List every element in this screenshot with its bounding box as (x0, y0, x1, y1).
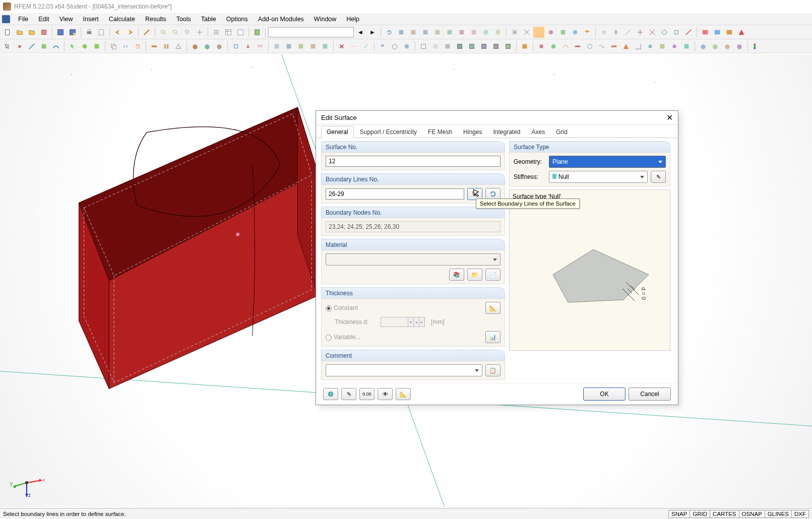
close-icon[interactable]: ✕ (666, 113, 673, 122)
snap3-icon[interactable] (622, 27, 634, 38)
opt9-icon[interactable] (492, 27, 504, 38)
sel2-icon[interactable] (79, 41, 90, 52)
saveas-icon[interactable] (67, 27, 78, 38)
mod3-icon[interactable] (724, 27, 735, 38)
menu-calculate[interactable]: Calculate (104, 15, 140, 24)
r10-icon[interactable] (645, 41, 656, 52)
surf-icon[interactable] (38, 41, 49, 52)
support-icon[interactable] (173, 41, 184, 52)
r2-icon[interactable] (548, 41, 559, 52)
material-select[interactable] (326, 253, 501, 266)
open-folder-icon[interactable] (14, 27, 25, 38)
menu-results[interactable]: Results (140, 15, 171, 24)
mesh2-icon[interactable] (521, 27, 532, 38)
disp5-icon[interactable] (466, 41, 477, 52)
mesh4-icon[interactable] (545, 27, 556, 38)
r3-icon[interactable] (560, 41, 571, 52)
menu-addons[interactable]: Add-on Modules (253, 15, 309, 24)
menu-file[interactable]: File (13, 15, 33, 24)
opt6-icon[interactable] (456, 27, 467, 38)
status-glines[interactable]: GLINES (765, 510, 792, 518)
r12-icon[interactable] (669, 41, 680, 52)
node-icon[interactable] (14, 41, 25, 52)
tab-support[interactable]: Support / Eccentricity (355, 126, 422, 138)
save-icon[interactable] (55, 27, 66, 38)
snap4-icon[interactable] (635, 27, 646, 38)
ok-button[interactable]: OK (583, 387, 626, 401)
snap1-icon[interactable] (598, 27, 609, 38)
r5-icon[interactable] (584, 41, 595, 52)
r13-icon[interactable] (681, 41, 692, 52)
line-icon[interactable] (26, 41, 37, 52)
menu-window[interactable]: Window (309, 15, 341, 24)
curve-icon[interactable] (50, 41, 61, 52)
refresh-icon[interactable] (384, 27, 395, 38)
print-icon[interactable] (84, 27, 95, 38)
table2-icon[interactable] (235, 27, 246, 38)
measure-icon[interactable] (141, 27, 152, 38)
status-grid[interactable]: GRID (690, 510, 710, 518)
zoom-prev-icon[interactable] (182, 27, 193, 38)
menu-tools[interactable]: Tools (171, 15, 196, 24)
r4-icon[interactable] (572, 41, 583, 52)
opt5-icon[interactable] (444, 27, 455, 38)
disp4-icon[interactable] (454, 41, 465, 52)
loadcase-combo[interactable] (268, 27, 354, 37)
model4-icon[interactable] (307, 41, 319, 52)
preview-button[interactable]: 👁 (378, 388, 393, 400)
member-icon[interactable] (149, 41, 160, 52)
print-preview-icon[interactable] (96, 27, 107, 38)
opt3-icon[interactable] (420, 27, 431, 38)
select-icon[interactable] (2, 41, 13, 52)
model3-icon[interactable] (295, 41, 306, 52)
open2-icon[interactable] (26, 27, 37, 38)
material-new-button[interactable]: 📁 (467, 269, 482, 281)
redo-icon[interactable] (124, 27, 136, 38)
del-icon[interactable] (336, 41, 347, 52)
opt8-icon[interactable] (480, 27, 491, 38)
layer-icon[interactable] (582, 27, 593, 38)
solid2-icon[interactable] (202, 41, 213, 52)
dialog-titlebar[interactable]: Edit Surface ✕ (316, 111, 678, 125)
view2-icon[interactable] (389, 41, 400, 52)
tab-grid[interactable]: Grid (551, 126, 573, 138)
sel3-icon[interactable] (91, 41, 102, 52)
cancel-button[interactable]: Cancel (629, 387, 671, 401)
view3-icon[interactable] (401, 41, 412, 52)
solid3-icon[interactable] (214, 41, 225, 52)
model1-icon[interactable] (271, 41, 282, 52)
tab-general[interactable]: General (321, 126, 354, 138)
menu-table[interactable]: Table (196, 15, 221, 24)
boundary-lines-input[interactable] (326, 188, 464, 200)
disp2-icon[interactable] (430, 41, 441, 52)
mod1-icon[interactable] (700, 27, 711, 38)
mod4-icon[interactable] (736, 27, 747, 38)
clr-icon[interactable] (519, 41, 530, 52)
opt2-icon[interactable] (408, 27, 419, 38)
surface-no-input[interactable] (326, 156, 501, 167)
r11-icon[interactable] (657, 41, 668, 52)
mesh1-icon[interactable] (509, 27, 520, 38)
disp3-icon[interactable] (442, 41, 453, 52)
comment-catalog-button[interactable]: 📋 (485, 364, 501, 376)
r8-icon[interactable] (620, 41, 632, 52)
color-legend-icon[interactable] (751, 41, 762, 52)
disp1-icon[interactable] (418, 41, 429, 52)
menu-insert[interactable]: Insert (78, 15, 104, 24)
thickness-pick-button[interactable]: 📐 (485, 302, 501, 314)
details-button[interactable]: ✎ (341, 388, 356, 400)
status-osnap[interactable]: OSNAP (739, 510, 765, 518)
disp8-icon[interactable] (503, 41, 514, 52)
close-icon[interactable] (38, 27, 49, 38)
mesh6-icon[interactable] (570, 27, 581, 38)
opt4-icon[interactable] (432, 27, 443, 38)
status-snap[interactable]: SNAP (668, 510, 690, 518)
opt7-icon[interactable] (468, 27, 479, 38)
material-library-button[interactable]: 📚 (449, 269, 464, 281)
prev-icon[interactable]: ◄ (355, 27, 366, 38)
material-edit-button[interactable]: 📄 (485, 269, 501, 281)
grid-icon[interactable] (211, 27, 222, 38)
iso3-icon[interactable] (722, 41, 733, 52)
disp7-icon[interactable] (490, 41, 502, 52)
snap6-icon[interactable] (659, 27, 670, 38)
